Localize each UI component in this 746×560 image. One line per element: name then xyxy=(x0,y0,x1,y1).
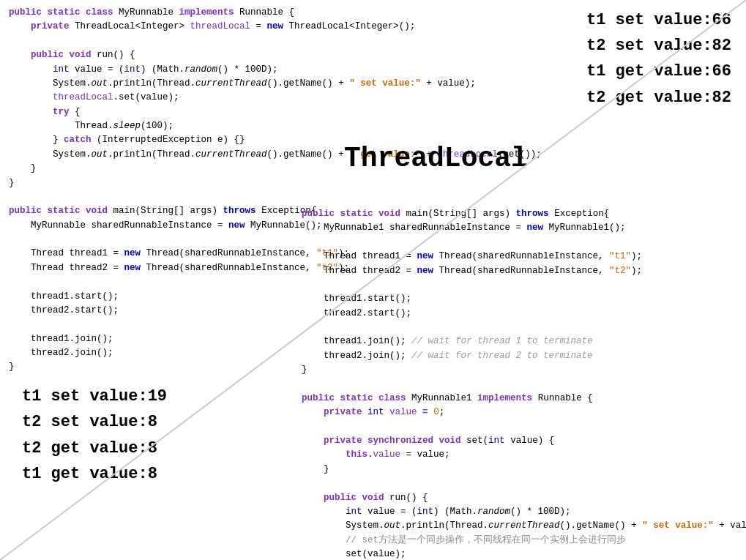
result-line-3: t1 get value:66 xyxy=(586,59,731,84)
result-bl-line-4: t1 get value:8 xyxy=(22,461,167,487)
right-code-block: public static void main(String[] args) t… xyxy=(302,207,737,560)
threadlocal-title: ThreadLocal xyxy=(344,143,528,174)
result-line-4: t2 get value:82 xyxy=(586,85,731,111)
results-top-right: t1 set value:66 t2 set value:82 t1 get v… xyxy=(586,7,731,111)
result-bl-line-1: t1 set value:19 xyxy=(22,384,167,409)
results-bottom-left: t1 set value:19 t2 set value:8 t2 get va… xyxy=(22,384,167,487)
result-bl-line-2: t2 set value:8 xyxy=(22,409,167,435)
result-line-1: t1 set value:66 xyxy=(586,7,731,33)
page-container: public static class MyRunnable implement… xyxy=(0,0,746,560)
result-line-2: t2 set value:82 xyxy=(586,33,731,59)
right-code-panel: public static void main(String[] args) t… xyxy=(293,201,746,560)
result-bl-line-3: t2 get value:8 xyxy=(22,436,167,461)
